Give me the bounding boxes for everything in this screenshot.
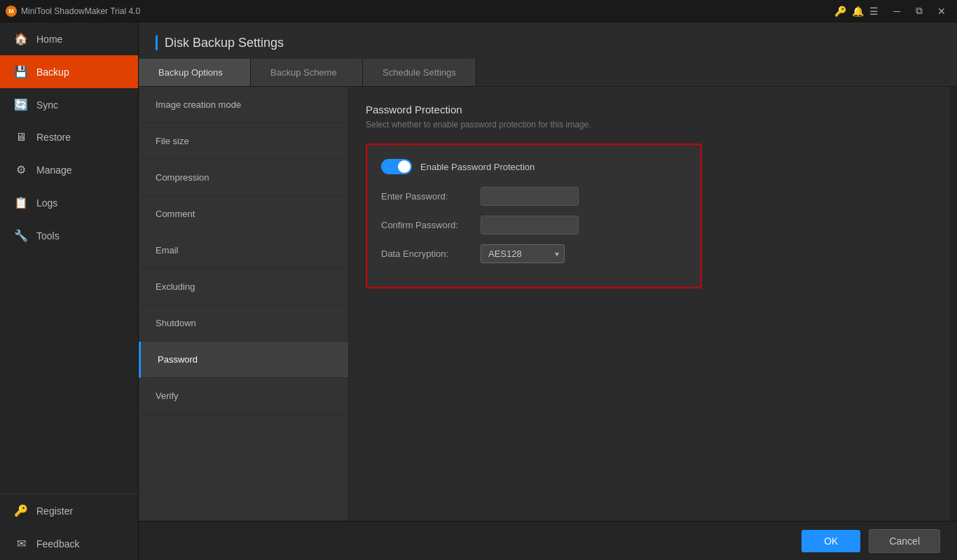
sidebar-item-tools[interactable]: 🔧 Tools	[0, 219, 138, 252]
sync-icon: 🔄	[14, 98, 28, 111]
main-layout: 🏠 Home 💾 Backup 🔄 Sync 🖥 Restore ⚙ Manag…	[0, 22, 957, 560]
sidebar-label-home: Home	[36, 34, 62, 45]
sidebar-item-manage[interactable]: ⚙ Manage	[0, 153, 138, 186]
tab-backup-scheme[interactable]: Backup Scheme	[251, 59, 363, 86]
confirm-password-label: Confirm Password:	[381, 220, 472, 230]
encryption-select-wrapper: AES128 AES256	[481, 244, 565, 263]
restore-button[interactable]: ⧉	[909, 1, 929, 21]
cancel-button[interactable]: Cancel	[869, 529, 940, 553]
bell-icon[interactable]: 🔔	[852, 6, 864, 17]
settings-item-image-creation-mode[interactable]: Image creation mode	[139, 87, 348, 123]
enter-password-label: Enter Password:	[381, 191, 472, 202]
enable-password-toggle[interactable]	[381, 159, 412, 174]
settings-item-email[interactable]: Email	[139, 232, 348, 269]
sidebar-label-tools: Tools	[36, 230, 60, 241]
settings-item-password[interactable]: Password	[139, 342, 348, 378]
app-icon: M	[6, 6, 17, 17]
scrollbar[interactable]	[950, 87, 957, 521]
sidebar-item-sync[interactable]: 🔄 Sync	[0, 88, 138, 121]
tab-backup-options[interactable]: Backup Options	[139, 59, 251, 86]
panel-description: Select whether to enable password protec…	[366, 120, 933, 130]
settings-list: Image creation mode File size Compressio…	[139, 87, 349, 521]
sidebar-item-feedback[interactable]: ✉ Feedback	[0, 527, 138, 560]
encryption-select[interactable]: AES128 AES256	[481, 244, 565, 263]
confirm-password-input[interactable]	[481, 216, 579, 234]
minimize-button[interactable]: ─	[887, 1, 907, 21]
header-accent-bar	[156, 35, 158, 50]
sidebar-label-sync: Sync	[36, 99, 58, 111]
settings-panel: Password Protection Select whether to en…	[349, 87, 950, 521]
manage-icon: ⚙	[14, 163, 28, 176]
settings-item-shutdown[interactable]: Shutdown	[139, 305, 348, 342]
enter-password-row: Enter Password:	[381, 187, 687, 206]
app-title: MiniTool ShadowMaker Trial 4.0	[21, 6, 834, 16]
settings-item-excluding[interactable]: Excluding	[139, 269, 348, 305]
tools-icon: 🔧	[14, 229, 28, 242]
data-encryption-label: Data Encryption:	[381, 248, 472, 259]
register-icon: 🔑	[14, 504, 28, 517]
settings-item-verify[interactable]: Verify	[139, 378, 348, 414]
sidebar-item-home[interactable]: 🏠 Home	[0, 22, 138, 55]
enter-password-input[interactable]	[481, 187, 579, 206]
key-icon[interactable]: 🔑	[834, 6, 846, 17]
restore-icon: 🖥	[14, 131, 28, 144]
password-protection-box: Enable Password Protection Enter Passwor…	[366, 144, 702, 288]
settings-item-comment[interactable]: Comment	[139, 196, 348, 232]
page-title: Disk Backup Settings	[165, 36, 284, 50]
main-panel: Disk Backup Settings Backup Options Back…	[139, 22, 957, 560]
backup-icon: 💾	[14, 65, 28, 78]
title-icon-group: 🔑 🔔 ☰	[834, 6, 879, 17]
sidebar-label-manage: Manage	[36, 164, 72, 176]
sidebar-label-register: Register	[36, 505, 73, 517]
ok-button[interactable]: OK	[801, 530, 860, 552]
sidebar-item-logs[interactable]: 📋 Logs	[0, 186, 138, 219]
tab-bar: Backup Options Backup Scheme Schedule Se…	[139, 59, 957, 87]
sidebar-label-restore: Restore	[36, 132, 71, 143]
data-encryption-row: Data Encryption: AES128 AES256	[381, 244, 687, 263]
feedback-icon: ✉	[14, 537, 28, 550]
sidebar-label-feedback: Feedback	[36, 538, 79, 550]
home-icon: 🏠	[14, 32, 28, 46]
close-button[interactable]: ✕	[932, 1, 951, 21]
confirm-password-row: Confirm Password:	[381, 216, 687, 234]
content-area: Image creation mode File size Compressio…	[139, 87, 957, 521]
sidebar-label-backup: Backup	[36, 66, 69, 78]
sidebar: 🏠 Home 💾 Backup 🔄 Sync 🖥 Restore ⚙ Manag…	[0, 22, 139, 560]
settings-item-file-size[interactable]: File size	[139, 123, 348, 160]
settings-item-compression[interactable]: Compression	[139, 160, 348, 196]
panel-title: Password Protection	[366, 104, 933, 115]
enable-password-row: Enable Password Protection	[381, 159, 687, 174]
window-controls: ─ ⧉ ✕	[887, 1, 951, 21]
sidebar-item-backup[interactable]: 💾 Backup	[0, 55, 138, 88]
logs-icon: 📋	[14, 196, 28, 209]
menu-icon[interactable]: ☰	[869, 6, 879, 17]
sidebar-label-logs: Logs	[36, 197, 57, 209]
page-header: Disk Backup Settings	[139, 22, 957, 59]
sidebar-bottom: 🔑 Register ✉ Feedback	[0, 493, 138, 560]
enable-password-label: Enable Password Protection	[420, 162, 535, 172]
sidebar-item-register[interactable]: 🔑 Register	[0, 494, 138, 527]
footer: OK Cancel	[139, 521, 957, 560]
titlebar: M MiniTool ShadowMaker Trial 4.0 🔑 🔔 ☰ ─…	[0, 0, 957, 22]
tab-schedule-settings[interactable]: Schedule Settings	[363, 59, 476, 86]
sidebar-item-restore[interactable]: 🖥 Restore	[0, 121, 138, 153]
